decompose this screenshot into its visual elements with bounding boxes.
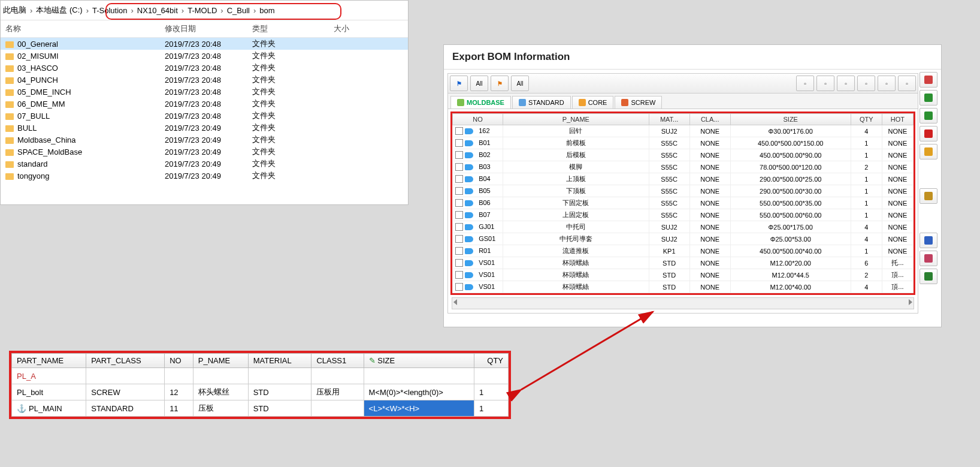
view2-button[interactable]: ▫ <box>857 76 875 91</box>
file-row[interactable]: BULL2019/7/23 20:49文件夹 <box>1 122 408 134</box>
delete-button[interactable] <box>919 126 937 141</box>
tmpl-col-header[interactable]: PART_CLASS <box>86 354 165 368</box>
file-row[interactable]: 00_General2019/7/23 20:48文件夹 <box>1 38 408 50</box>
row-checkbox[interactable] <box>455 151 463 159</box>
row-checkbox[interactable] <box>455 283 463 291</box>
arrow-up-button[interactable] <box>919 90 937 106</box>
tmpl-row[interactable]: PL_A <box>12 368 509 384</box>
excel-button[interactable] <box>919 269 937 284</box>
file-row[interactable]: standard2019/7/23 20:49文件夹 <box>1 158 408 170</box>
col-type[interactable]: 类型 <box>247 23 329 34</box>
flag-all-orange-button[interactable]: All <box>511 76 529 91</box>
file-row[interactable]: tongyong2019/7/23 20:49文件夹 <box>1 170 408 182</box>
tab-standard[interactable]: STANDARD <box>512 96 571 109</box>
row-checkbox[interactable] <box>455 175 463 183</box>
row-checkbox[interactable] <box>455 235 463 243</box>
bom-toolbar: ⚑All⚑All ▫▫▫▫▫▫ <box>448 74 918 94</box>
tmpl-col-header[interactable]: CLASS1 <box>311 354 364 368</box>
bom-col-header[interactable]: QTY <box>851 114 882 125</box>
bom-row[interactable]: R01流道推板KP1NONE450.00*500.00*40.001NONE <box>453 245 914 257</box>
row-checkbox[interactable] <box>455 247 463 255</box>
settings-button[interactable] <box>919 188 937 204</box>
file-row[interactable]: 07_BULL2019/7/23 20:48文件夹 <box>1 110 408 122</box>
tab-moldbase[interactable]: MOLDBASE <box>450 96 511 109</box>
bom-row[interactable]: GJ01中托司SUJ2NONEΦ25.00*175.004NONE <box>453 221 914 233</box>
breadcrumb-item[interactable]: 此电脑 <box>3 5 26 16</box>
bom-row[interactable]: VS01杯頭螺絲STDNONEM12.00*44.52頂... <box>453 269 914 281</box>
horizontal-scrollbar[interactable] <box>452 297 914 309</box>
row-checkbox[interactable] <box>455 271 463 279</box>
measure-button[interactable] <box>919 233 937 248</box>
breadcrumb-item[interactable]: NX10_64bit <box>137 6 178 15</box>
bom-row[interactable]: B07上固定板S55CNONE550.00*500.00*60.001NONE <box>453 209 914 221</box>
file-list-header[interactable]: 名称 修改日期 类型 大小 <box>1 20 408 38</box>
row-checkbox[interactable] <box>455 139 463 147</box>
tree-button[interactable]: ▫ <box>816 76 834 91</box>
bom-row[interactable]: VS01杯頭螺絲STDNONEM12.00*40.004頂... <box>453 281 914 293</box>
bom-col-header[interactable]: HOT <box>882 114 913 125</box>
file-row[interactable]: SPACE_MoldBase2019/7/23 20:49文件夹 <box>1 146 408 158</box>
breadcrumb-item[interactable]: T-Solution <box>92 6 128 15</box>
tab-core[interactable]: CORE <box>572 96 614 109</box>
bom-row[interactable]: B02后模板S55CNONE450.00*500.00*90.001NONE <box>453 149 914 161</box>
breadcrumb[interactable]: 此电脑›本地磁盘 (C:)›T-Solution›NX10_64bit›T-MO… <box>1 1 408 20</box>
bom-row[interactable]: B03模脚S55CNONE78.00*500.00*120.002NONE <box>453 161 914 173</box>
flag-blue-button[interactable]: ⚑ <box>450 76 468 91</box>
bom-row[interactable]: B04上顶板S55CNONE290.00*500.00*25.001NONE <box>453 173 914 185</box>
bom-table-highlight: NOP_NAMEMAT...CLA...SIZEQTYHOT 162回针SUJ2… <box>450 112 915 295</box>
breadcrumb-item[interactable]: C_Bull <box>227 6 250 15</box>
bom-row[interactable]: B01前模板S55CNONE450.00*500.00*150.001NONE <box>453 137 914 149</box>
tmpl-col-header[interactable]: NO <box>165 354 193 368</box>
bom-row[interactable]: B05下顶板S55CNONE290.00*500.00*30.001NONE <box>453 185 914 197</box>
search-button[interactable] <box>919 251 937 266</box>
arrow-down-button[interactable] <box>919 108 937 123</box>
bom-row[interactable]: B06下固定板S55CNONE550.00*500.00*35.001NONE <box>453 197 914 209</box>
file-row[interactable]: Moldbase_China2019/7/23 20:49文件夹 <box>1 134 408 146</box>
tmpl-row[interactable]: PL_boltSCREW12杯头螺丝STD压板用M<M(0)>*<length(… <box>12 384 509 400</box>
bom-col-header[interactable]: CLA... <box>689 114 730 125</box>
breadcrumb-item[interactable]: T-MOLD <box>187 6 217 15</box>
flag-orange-button[interactable]: ⚑ <box>491 76 509 91</box>
row-checkbox[interactable] <box>455 211 463 219</box>
file-row[interactable]: 03_HASCO2019/7/23 20:48文件夹 <box>1 62 408 74</box>
col-size[interactable]: 大小 <box>329 23 386 34</box>
tab-screw[interactable]: SCREW <box>615 96 662 109</box>
flag-all-blue-button[interactable]: All <box>470 76 488 91</box>
bom-col-header[interactable]: NO <box>453 114 503 125</box>
bom-col-header[interactable]: SIZE <box>730 114 851 125</box>
row-checkbox[interactable] <box>455 187 463 195</box>
bom-col-header[interactable]: P_NAME <box>503 114 649 125</box>
opt1-button[interactable]: ▫ <box>878 76 896 91</box>
bom-table[interactable]: NOP_NAMEMAT...CLA...SIZEQTYHOT 162回针SUJ2… <box>452 113 914 293</box>
opt2-button[interactable]: ▫ <box>898 76 916 91</box>
row-checkbox[interactable] <box>455 163 463 171</box>
template-table[interactable]: PART_NAMEPART_CLASSNOP_NAMEMATERIALCLASS… <box>11 353 509 417</box>
bom-col-header[interactable]: MAT... <box>649 114 689 125</box>
breadcrumb-item[interactable]: bom <box>259 6 274 15</box>
col-name[interactable]: 名称 <box>1 23 160 34</box>
row-checkbox[interactable] <box>455 199 463 207</box>
tab-icon <box>579 99 586 106</box>
tmpl-row[interactable]: ⚓PL_MAINSTANDARD11压板STD<L>*<W>*<H>1 <box>12 400 509 417</box>
row-checkbox[interactable] <box>455 223 463 231</box>
export-button[interactable]: ▫ <box>796 76 814 91</box>
tmpl-col-header[interactable]: P_NAME <box>193 354 248 368</box>
file-row[interactable]: 06_DME_MM2019/7/23 20:48文件夹 <box>1 98 408 110</box>
bom-row[interactable]: VS01杯頭螺絲STDNONEM12.00*20.006托... <box>453 257 914 269</box>
col-date[interactable]: 修改日期 <box>160 23 247 34</box>
bom-row[interactable]: 162回针SUJ2NONEΦ30.00*176.004NONE <box>453 125 914 137</box>
file-row[interactable]: 05_DME_INCH2019/7/23 20:48文件夹 <box>1 86 408 98</box>
tmpl-col-header[interactable]: MATERIAL <box>248 354 311 368</box>
view1-button[interactable]: ▫ <box>837 76 855 91</box>
save-button[interactable] <box>919 144 937 159</box>
file-row[interactable]: 04_PUNCH2019/7/23 20:48文件夹 <box>1 74 408 86</box>
tmpl-col-header[interactable]: PART_NAME <box>12 354 86 368</box>
row-checkbox[interactable] <box>455 259 463 267</box>
file-row[interactable]: 02_MISUMI2019/7/23 20:48文件夹 <box>1 50 408 62</box>
import-button[interactable] <box>919 72 937 88</box>
tmpl-col-header[interactable]: QTY <box>474 354 508 368</box>
breadcrumb-item[interactable]: 本地磁盘 (C:) <box>36 5 82 16</box>
tmpl-col-header[interactable]: ✎ SIZE <box>364 354 474 368</box>
row-checkbox[interactable] <box>455 127 463 135</box>
bom-row[interactable]: GS01中托司導套SUJ2NONEΦ25.00*53.004NONE <box>453 233 914 245</box>
